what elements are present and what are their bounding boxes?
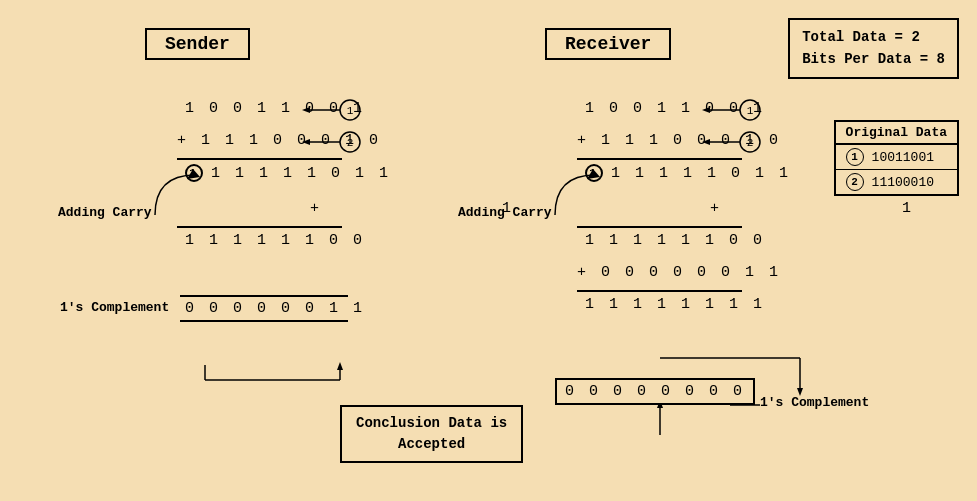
receiver-line3 xyxy=(577,290,742,292)
sender-adding-carry: Adding Carry xyxy=(58,205,152,220)
sender-topline xyxy=(180,295,348,297)
receiver-row6: + 0 0 0 0 0 0 1 1 xyxy=(577,264,781,281)
receiver-row3: 1 1 1 1 1 1 0 1 1 xyxy=(585,164,791,182)
sender-row1: 1 0 0 1 1 0 0 1 xyxy=(185,100,365,117)
receiver-adding-carry-text: Adding Carry xyxy=(458,205,552,220)
original-data-header: Original Data xyxy=(836,122,957,145)
receiver-row6-data: + 0 0 0 0 0 0 1 1 xyxy=(577,264,781,281)
original-data-val1: 10011001 xyxy=(872,150,934,165)
total-data-label: Total Data = 2 xyxy=(802,26,945,48)
sender-row1-data: 1 0 0 1 1 0 0 1 xyxy=(185,100,365,117)
sender-complement-label: 1's Complement xyxy=(60,300,169,315)
receiver-line1 xyxy=(577,158,742,160)
original-data-row1: 1 10011001 xyxy=(836,145,957,169)
receiver-row1: 1 0 0 1 1 0 0 1 xyxy=(585,100,765,117)
receiver-complement-text: 1's Complement xyxy=(760,395,869,410)
receiver-complement-label: 1's Complement xyxy=(760,395,869,410)
receiver-complement-data: 0 0 0 0 0 0 0 0 xyxy=(565,383,745,400)
bits-per-data-label: Bits Per Data = 8 xyxy=(802,48,945,70)
sender-row2: + 1 1 1 0 0 0 1 0 xyxy=(177,132,381,149)
sender-row2-data: + 1 1 1 0 0 0 1 0 xyxy=(177,132,381,149)
conclusion-box: Conclusion Data is Accepted xyxy=(340,405,523,463)
sender-line1 xyxy=(177,158,342,160)
original-data-row2: 2 11100010 xyxy=(836,169,957,194)
receiver-row1-data: 1 0 0 1 1 0 0 1 xyxy=(585,100,765,117)
receiver-row2: + 1 1 1 0 0 0 1 0 xyxy=(577,132,781,149)
receiver-complement-result: 0 0 0 0 0 0 0 0 xyxy=(555,378,755,405)
receiver-line2 xyxy=(577,226,742,228)
receiver-row4: + 1 xyxy=(710,200,914,217)
receiver-row5-data: 1 1 1 1 1 1 0 0 xyxy=(585,232,765,249)
receiver-box: Receiver xyxy=(545,28,671,60)
sender-box: Sender xyxy=(145,28,250,60)
receiver-row7: 1 1 1 1 1 1 1 1 xyxy=(585,296,765,313)
diagram: Sender Receiver Total Data = 2 Bits Per … xyxy=(0,0,977,501)
sender-row5-data: 1 1 1 1 1 1 0 0 xyxy=(185,232,365,249)
sender-row3: 1 1 1 1 1 1 0 1 1 xyxy=(185,164,391,182)
sender-complement-text: 1's Complement xyxy=(60,300,169,315)
receiver-row4-data: + 1 xyxy=(710,200,914,217)
receiver-adding-carry: Adding Carry xyxy=(458,205,552,220)
sender-adding-carry-text: Adding Carry xyxy=(58,205,152,220)
circle-2: 2 xyxy=(846,173,864,191)
sender-row3-data: 1 1 1 1 1 0 1 1 xyxy=(211,165,391,182)
sender-title: Sender xyxy=(165,34,230,54)
original-data-box: Original Data 1 10011001 2 11100010 xyxy=(834,120,959,196)
receiver-row3-data: 1 1 1 1 1 0 1 1 xyxy=(611,165,791,182)
receiver-carry-circle: 1 xyxy=(585,164,605,182)
conclusion-line2: Accepted xyxy=(356,434,507,455)
sender-row5: 1 1 1 1 1 1 0 0 xyxy=(185,232,365,249)
receiver-row5: 1 1 1 1 1 1 0 0 xyxy=(585,232,765,249)
receiver-title: Receiver xyxy=(565,34,651,54)
sender-carry-circle: 1 xyxy=(185,164,205,182)
circle-1: 1 xyxy=(846,148,864,166)
original-data-val2: 11100010 xyxy=(872,175,934,190)
receiver-row7-data: 1 1 1 1 1 1 1 1 xyxy=(585,296,765,313)
receiver-row2-data: + 1 1 1 0 0 0 1 0 xyxy=(577,132,781,149)
info-box: Total Data = 2 Bits Per Data = 8 xyxy=(788,18,959,79)
sender-row6: 0 0 0 0 0 0 1 1 xyxy=(185,300,365,317)
sender-row6-data: 0 0 0 0 0 0 1 1 xyxy=(185,300,365,317)
sender-bottomline xyxy=(180,320,348,322)
sender-line2 xyxy=(177,226,342,228)
svg-marker-21 xyxy=(337,362,343,370)
conclusion-line1: Conclusion Data is xyxy=(356,413,507,434)
